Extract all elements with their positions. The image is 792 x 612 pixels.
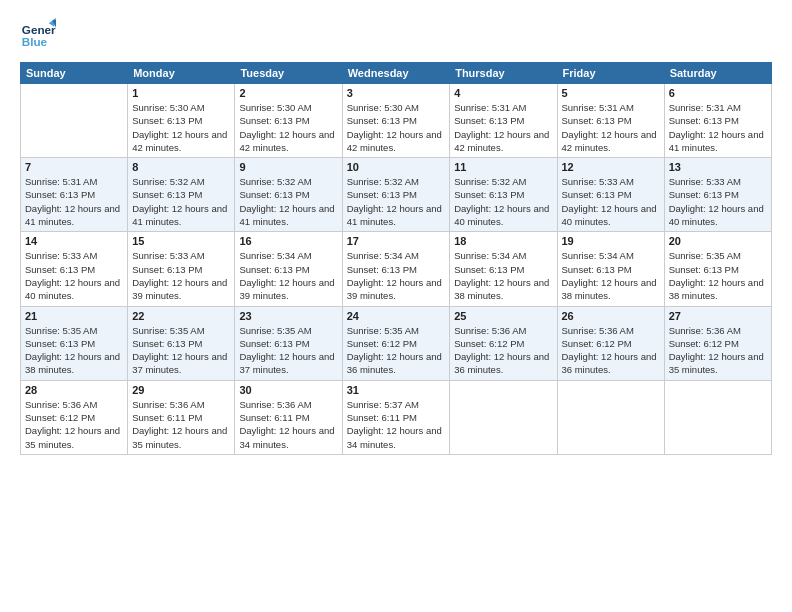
calendar-cell: 31Sunrise: 5:37 AM Sunset: 6:11 PM Dayli… xyxy=(342,380,450,454)
day-detail: Sunrise: 5:31 AM Sunset: 6:13 PM Dayligh… xyxy=(454,101,552,154)
day-number: 24 xyxy=(347,310,446,322)
day-detail: Sunrise: 5:32 AM Sunset: 6:13 PM Dayligh… xyxy=(239,175,337,228)
weekday-header-wednesday: Wednesday xyxy=(342,63,450,84)
calendar-cell: 17Sunrise: 5:34 AM Sunset: 6:13 PM Dayli… xyxy=(342,232,450,306)
calendar-cell: 24Sunrise: 5:35 AM Sunset: 6:12 PM Dayli… xyxy=(342,306,450,380)
day-number: 15 xyxy=(132,235,230,247)
day-detail: Sunrise: 5:32 AM Sunset: 6:13 PM Dayligh… xyxy=(454,175,552,228)
day-number: 11 xyxy=(454,161,552,173)
day-detail: Sunrise: 5:35 AM Sunset: 6:13 PM Dayligh… xyxy=(25,324,123,377)
calendar-cell: 8Sunrise: 5:32 AM Sunset: 6:13 PM Daylig… xyxy=(128,158,235,232)
calendar-cell: 25Sunrise: 5:36 AM Sunset: 6:12 PM Dayli… xyxy=(450,306,557,380)
day-number: 29 xyxy=(132,384,230,396)
calendar-cell: 1Sunrise: 5:30 AM Sunset: 6:13 PM Daylig… xyxy=(128,84,235,158)
day-number: 18 xyxy=(454,235,552,247)
calendar-cell: 10Sunrise: 5:32 AM Sunset: 6:13 PM Dayli… xyxy=(342,158,450,232)
calendar-cell xyxy=(557,380,664,454)
weekday-header-row: SundayMondayTuesdayWednesdayThursdayFrid… xyxy=(21,63,772,84)
day-number: 7 xyxy=(25,161,123,173)
day-number: 6 xyxy=(669,87,767,99)
calendar-cell: 18Sunrise: 5:34 AM Sunset: 6:13 PM Dayli… xyxy=(450,232,557,306)
calendar-cell: 4Sunrise: 5:31 AM Sunset: 6:13 PM Daylig… xyxy=(450,84,557,158)
page-header: General Blue xyxy=(20,16,772,52)
calendar-cell: 23Sunrise: 5:35 AM Sunset: 6:13 PM Dayli… xyxy=(235,306,342,380)
calendar-table: SundayMondayTuesdayWednesdayThursdayFrid… xyxy=(20,62,772,455)
day-detail: Sunrise: 5:34 AM Sunset: 6:13 PM Dayligh… xyxy=(454,249,552,302)
calendar-cell: 12Sunrise: 5:33 AM Sunset: 6:13 PM Dayli… xyxy=(557,158,664,232)
day-detail: Sunrise: 5:35 AM Sunset: 6:13 PM Dayligh… xyxy=(239,324,337,377)
calendar-cell: 9Sunrise: 5:32 AM Sunset: 6:13 PM Daylig… xyxy=(235,158,342,232)
calendar-cell: 26Sunrise: 5:36 AM Sunset: 6:12 PM Dayli… xyxy=(557,306,664,380)
day-detail: Sunrise: 5:33 AM Sunset: 6:13 PM Dayligh… xyxy=(562,175,660,228)
day-detail: Sunrise: 5:35 AM Sunset: 6:12 PM Dayligh… xyxy=(347,324,446,377)
calendar-week-row: 21Sunrise: 5:35 AM Sunset: 6:13 PM Dayli… xyxy=(21,306,772,380)
day-number: 17 xyxy=(347,235,446,247)
calendar-cell: 21Sunrise: 5:35 AM Sunset: 6:13 PM Dayli… xyxy=(21,306,128,380)
weekday-header-saturday: Saturday xyxy=(664,63,771,84)
day-detail: Sunrise: 5:35 AM Sunset: 6:13 PM Dayligh… xyxy=(132,324,230,377)
calendar-cell: 11Sunrise: 5:32 AM Sunset: 6:13 PM Dayli… xyxy=(450,158,557,232)
day-number: 12 xyxy=(562,161,660,173)
calendar-cell: 22Sunrise: 5:35 AM Sunset: 6:13 PM Dayli… xyxy=(128,306,235,380)
day-number: 27 xyxy=(669,310,767,322)
day-detail: Sunrise: 5:32 AM Sunset: 6:13 PM Dayligh… xyxy=(132,175,230,228)
day-detail: Sunrise: 5:30 AM Sunset: 6:13 PM Dayligh… xyxy=(347,101,446,154)
day-number: 13 xyxy=(669,161,767,173)
day-number: 26 xyxy=(562,310,660,322)
calendar-week-row: 14Sunrise: 5:33 AM Sunset: 6:13 PM Dayli… xyxy=(21,232,772,306)
day-number: 1 xyxy=(132,87,230,99)
day-number: 20 xyxy=(669,235,767,247)
calendar-cell: 2Sunrise: 5:30 AM Sunset: 6:13 PM Daylig… xyxy=(235,84,342,158)
weekday-header-thursday: Thursday xyxy=(450,63,557,84)
calendar-cell: 30Sunrise: 5:36 AM Sunset: 6:11 PM Dayli… xyxy=(235,380,342,454)
day-detail: Sunrise: 5:36 AM Sunset: 6:12 PM Dayligh… xyxy=(669,324,767,377)
day-number: 8 xyxy=(132,161,230,173)
day-number: 2 xyxy=(239,87,337,99)
calendar-cell xyxy=(450,380,557,454)
calendar-cell: 7Sunrise: 5:31 AM Sunset: 6:13 PM Daylig… xyxy=(21,158,128,232)
day-number: 4 xyxy=(454,87,552,99)
day-detail: Sunrise: 5:35 AM Sunset: 6:13 PM Dayligh… xyxy=(669,249,767,302)
logo: General Blue xyxy=(20,16,56,52)
day-detail: Sunrise: 5:33 AM Sunset: 6:13 PM Dayligh… xyxy=(25,249,123,302)
calendar-cell: 29Sunrise: 5:36 AM Sunset: 6:11 PM Dayli… xyxy=(128,380,235,454)
calendar-week-row: 28Sunrise: 5:36 AM Sunset: 6:12 PM Dayli… xyxy=(21,380,772,454)
calendar-cell: 27Sunrise: 5:36 AM Sunset: 6:12 PM Dayli… xyxy=(664,306,771,380)
calendar-cell xyxy=(21,84,128,158)
day-number: 25 xyxy=(454,310,552,322)
day-number: 16 xyxy=(239,235,337,247)
day-detail: Sunrise: 5:36 AM Sunset: 6:11 PM Dayligh… xyxy=(132,398,230,451)
day-detail: Sunrise: 5:30 AM Sunset: 6:13 PM Dayligh… xyxy=(239,101,337,154)
day-detail: Sunrise: 5:36 AM Sunset: 6:11 PM Dayligh… xyxy=(239,398,337,451)
calendar-cell: 13Sunrise: 5:33 AM Sunset: 6:13 PM Dayli… xyxy=(664,158,771,232)
day-number: 28 xyxy=(25,384,123,396)
day-detail: Sunrise: 5:36 AM Sunset: 6:12 PM Dayligh… xyxy=(562,324,660,377)
calendar-cell: 5Sunrise: 5:31 AM Sunset: 6:13 PM Daylig… xyxy=(557,84,664,158)
day-detail: Sunrise: 5:34 AM Sunset: 6:13 PM Dayligh… xyxy=(239,249,337,302)
day-detail: Sunrise: 5:33 AM Sunset: 6:13 PM Dayligh… xyxy=(669,175,767,228)
day-number: 30 xyxy=(239,384,337,396)
calendar-cell: 19Sunrise: 5:34 AM Sunset: 6:13 PM Dayli… xyxy=(557,232,664,306)
day-number: 5 xyxy=(562,87,660,99)
calendar-week-row: 1Sunrise: 5:30 AM Sunset: 6:13 PM Daylig… xyxy=(21,84,772,158)
calendar-page: General Blue SundayMondayTuesdayWednesda… xyxy=(0,0,792,612)
day-number: 23 xyxy=(239,310,337,322)
day-detail: Sunrise: 5:34 AM Sunset: 6:13 PM Dayligh… xyxy=(347,249,446,302)
weekday-header-tuesday: Tuesday xyxy=(235,63,342,84)
svg-text:Blue: Blue xyxy=(22,35,48,48)
calendar-cell: 15Sunrise: 5:33 AM Sunset: 6:13 PM Dayli… xyxy=(128,232,235,306)
calendar-cell: 14Sunrise: 5:33 AM Sunset: 6:13 PM Dayli… xyxy=(21,232,128,306)
day-number: 9 xyxy=(239,161,337,173)
day-detail: Sunrise: 5:36 AM Sunset: 6:12 PM Dayligh… xyxy=(25,398,123,451)
calendar-cell: 6Sunrise: 5:31 AM Sunset: 6:13 PM Daylig… xyxy=(664,84,771,158)
day-number: 21 xyxy=(25,310,123,322)
day-detail: Sunrise: 5:32 AM Sunset: 6:13 PM Dayligh… xyxy=(347,175,446,228)
day-number: 31 xyxy=(347,384,446,396)
calendar-cell: 16Sunrise: 5:34 AM Sunset: 6:13 PM Dayli… xyxy=(235,232,342,306)
day-detail: Sunrise: 5:31 AM Sunset: 6:13 PM Dayligh… xyxy=(669,101,767,154)
day-detail: Sunrise: 5:36 AM Sunset: 6:12 PM Dayligh… xyxy=(454,324,552,377)
day-number: 22 xyxy=(132,310,230,322)
day-number: 10 xyxy=(347,161,446,173)
day-number: 14 xyxy=(25,235,123,247)
calendar-week-row: 7Sunrise: 5:31 AM Sunset: 6:13 PM Daylig… xyxy=(21,158,772,232)
